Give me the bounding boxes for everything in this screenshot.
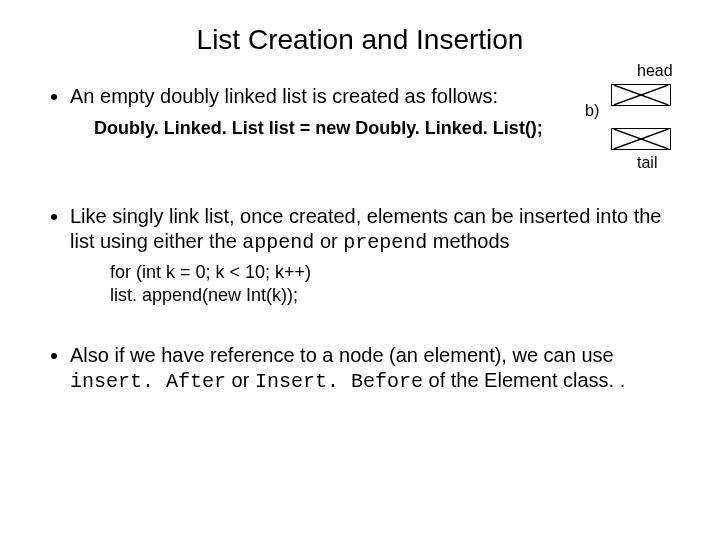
null-cross-icon [612, 85, 670, 105]
diagram-node-tail [611, 128, 671, 150]
bullet-3-text-a: Also if we have reference to a node (an … [70, 344, 614, 366]
bullet-2-text-b: or [314, 230, 343, 252]
diagram-node-head [611, 84, 671, 106]
code-line-1: for (int k = 0; k < 10; k++) [110, 261, 680, 284]
bullet-2-subcode: for (int k = 0; k < 10; k++) list. appen… [110, 261, 680, 308]
bullet-2-code-a: append [242, 231, 314, 254]
bullet-3-text-b: or [226, 369, 255, 391]
bullet-3: Also if we have reference to a node (an … [70, 343, 680, 394]
slide-title: List Creation and Insertion [40, 24, 680, 56]
code-line-2: list. append(new Int(k)); [110, 284, 680, 307]
diagram-label-tail: tail [637, 154, 657, 172]
spacer [70, 307, 680, 337]
bullet-1-text: An empty doubly linked list is created a… [70, 85, 498, 107]
bullet-3-code-a: insert. After [70, 370, 226, 393]
bullet-3-code-b: Insert. Before [255, 370, 423, 393]
bullet-3-text-c: of the Element class. . [423, 369, 625, 391]
diagram-label-b: b) [585, 102, 599, 120]
diagram-label-head: head [637, 62, 673, 80]
bullet-2: Like singly link list, once created, ele… [70, 204, 680, 338]
diagram: head b) tail [555, 62, 695, 182]
slide: List Creation and Insertion An empty dou… [0, 0, 720, 540]
null-cross-icon [612, 129, 670, 149]
bullet-2-text-c: methods [427, 230, 509, 252]
bullet-2-code-b: prepend [343, 231, 427, 254]
